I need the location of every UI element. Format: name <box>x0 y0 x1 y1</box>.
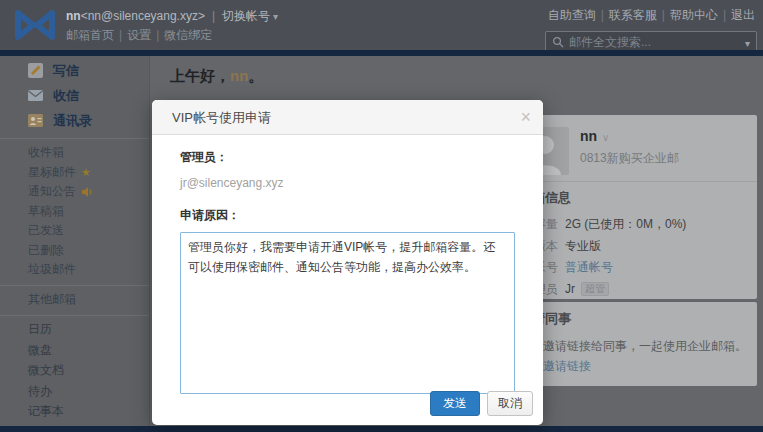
sidebar-folder-inbox[interactable]: 收件箱 <box>0 143 149 163</box>
sidebar-app-todo[interactable]: 待办 <box>0 381 149 402</box>
sidebar-app-weidrive[interactable]: 微盘 <box>0 340 149 361</box>
sidebar-other-mailbox[interactable]: 其他邮箱 <box>0 290 149 310</box>
link-logout[interactable]: 退出 <box>731 8 755 22</box>
profile-org: 0813新购买企业邮 <box>580 150 679 167</box>
account-address: <nn@silenceyang.xyz> <box>81 9 205 23</box>
exmail-logo-icon <box>12 7 58 43</box>
dialog-title: VIP帐号使用申请 <box>172 110 271 125</box>
switch-account-link[interactable]: 切换帐号 <box>222 9 278 23</box>
chevron-down-icon[interactable] <box>597 128 609 144</box>
cancel-button[interactable]: 取消 <box>487 391 533 416</box>
sidebar-folder-spam[interactable]: 垃圾邮件 <box>0 260 149 280</box>
sidebar-contacts-button[interactable]: 通讯录 <box>0 108 149 133</box>
contacts-card-icon <box>27 112 44 129</box>
sidebar-contacts-label: 通讯录 <box>53 112 92 130</box>
sidebar-folder-sent[interactable]: 已发送 <box>0 221 149 241</box>
nav-settings[interactable]: 设置 <box>127 28 151 42</box>
sidebar-receive-label: 收信 <box>53 87 79 105</box>
account-type-link[interactable]: 普通帐号 <box>558 259 613 276</box>
admin-label: 管理员： <box>180 149 515 166</box>
sidebar-folder-starred[interactable]: 星标邮件 <box>0 163 149 183</box>
invite-description: 发送邀请链接给同事，一起使用企业邮箱。 <box>519 338 747 355</box>
account-name: nn <box>66 9 81 23</box>
dialog-titlebar: VIP帐号使用申请 × <box>152 100 543 135</box>
nav-mail-home[interactable]: 邮箱首页 <box>66 28 114 42</box>
header: nn<nn@silenceyang.xyz>|切换帐号 邮箱首页|设置|微信绑定… <box>0 0 763 50</box>
star-icon <box>81 165 91 179</box>
sidebar-folder-deleted[interactable]: 已删除 <box>0 241 149 261</box>
superadmin-badge: 超管 <box>581 282 609 296</box>
sidebar-app-weidocs[interactable]: 微文档 <box>0 361 149 382</box>
greeting-username: nn <box>230 67 248 84</box>
vip-request-dialog: VIP帐号使用申请 × 管理员： jr@silenceyang.xyz 申请原因… <box>152 100 543 425</box>
greeting: 上午好，nn。 <box>170 67 263 86</box>
link-help-center[interactable]: 帮助中心 <box>670 8 718 22</box>
profile-name: nn <box>580 128 609 144</box>
nav-wechat-bind[interactable]: 微信绑定 <box>164 28 212 42</box>
sidebar: 写信 收信 通讯录 收件箱 星标邮件 通知公告 <box>0 56 150 426</box>
sidebar-divider <box>0 285 149 286</box>
speaker-icon <box>81 186 94 198</box>
compose-pencil-icon <box>27 62 44 79</box>
sidebar-app-calendar[interactable]: 日历 <box>0 320 149 341</box>
sidebar-folder-announcements[interactable]: 通知公告 <box>0 182 149 202</box>
header-nav: 邮箱首页|设置|微信绑定 <box>66 27 212 44</box>
account-info: nn<nn@silenceyang.xyz>|切换帐号 <box>66 8 278 25</box>
link-self-query[interactable]: 自助查询 <box>548 8 596 22</box>
reason-label: 申请原因： <box>180 207 515 224</box>
search-icon <box>552 36 564 48</box>
bottom-strip <box>0 426 763 432</box>
link-contact-support[interactable]: 联系客服 <box>609 8 657 22</box>
sidebar-folder-drafts[interactable]: 草稿箱 <box>0 202 149 222</box>
sidebar-compose-label: 写信 <box>53 62 79 80</box>
admin-email: jr@silenceyang.xyz <box>180 176 515 190</box>
send-button[interactable]: 发送 <box>430 391 480 416</box>
sidebar-app-notes[interactable]: 记事本 <box>0 402 149 423</box>
sidebar-receive-button[interactable]: 收信 <box>0 83 149 108</box>
header-top-links: 自助查询|联系客服|帮助中心|退出 <box>548 7 755 24</box>
close-icon[interactable]: × <box>520 107 531 127</box>
caret-down-icon <box>270 9 278 23</box>
sidebar-divider <box>0 138 149 139</box>
receive-envelope-icon <box>27 87 44 104</box>
sidebar-compose-button[interactable]: 写信 <box>0 58 149 83</box>
search-input[interactable] <box>569 35 742 49</box>
sidebar-divider <box>0 315 149 316</box>
reason-textarea[interactable]: 管理员你好，我需要申请开通VIP帐号，提升邮箱容量。还可以使用保密邮件、通知公告… <box>180 232 515 394</box>
search-scope-caret-icon[interactable] <box>742 33 750 51</box>
